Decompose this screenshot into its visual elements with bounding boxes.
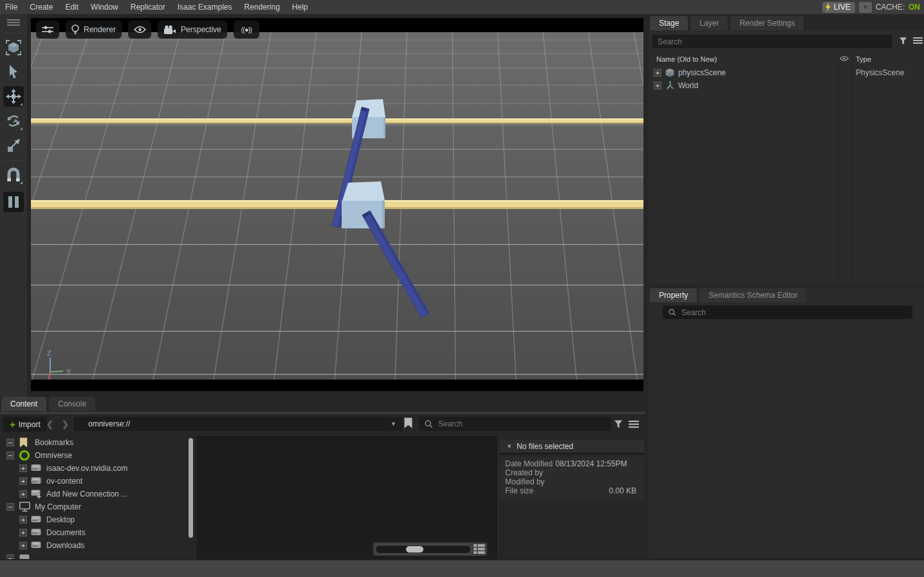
- path-dropdown-icon[interactable]: ▼: [391, 421, 396, 427]
- expand-plus-icon[interactable]: +: [654, 82, 661, 89]
- menu-help[interactable]: Help: [292, 3, 308, 12]
- menu-edit[interactable]: Edit: [65, 3, 79, 12]
- column-name-header[interactable]: Name (Old to New): [656, 55, 717, 63]
- viewport-settings-button[interactable]: [36, 21, 59, 39]
- camera-button[interactable]: Perspective: [158, 21, 227, 39]
- column-type-header[interactable]: Type: [856, 55, 871, 63]
- menu-replicator[interactable]: Replicator: [131, 3, 165, 12]
- pause-icon[interactable]: [3, 192, 24, 212]
- expand-plus-icon[interactable]: +: [19, 516, 27, 524]
- viewport-3d[interactable]: Z Y X Renderer: [31, 18, 643, 391]
- bookmark-button[interactable]: [404, 417, 417, 430]
- renderer-button[interactable]: Renderer: [66, 21, 122, 39]
- back-arrow-icon[interactable]: ❮: [46, 419, 53, 429]
- expand-plus-icon[interactable]: +: [19, 529, 27, 536]
- server-icon: [31, 515, 41, 524]
- live-dropdown-button[interactable]: ▼: [859, 2, 872, 13]
- tree-scrollbar[interactable]: [189, 438, 193, 538]
- content-search-input[interactable]: [433, 417, 611, 431]
- lightning-bolt-icon: [825, 3, 831, 12]
- slider-thumb[interactable]: [406, 546, 423, 553]
- tree-item-bookmarks[interactable]: − Bookmarks: [0, 436, 195, 449]
- stage-options-icon[interactable]: [913, 37, 923, 44]
- live-label: LIVE: [834, 3, 851, 12]
- select-cursor-icon[interactable]: [3, 62, 24, 82]
- tree-item-isaac-dev[interactable]: + isaac-dev.ov.nvidia.com: [0, 462, 195, 475]
- content-browser: Content Console + Import ❮ ❯ omniverse:/…: [0, 397, 645, 558]
- tab-property[interactable]: Property: [650, 288, 697, 302]
- tree-item-my-computer[interactable]: − My Computer: [0, 500, 195, 513]
- live-button[interactable]: LIVE: [822, 2, 855, 13]
- forward-arrow-icon[interactable]: ❯: [62, 419, 69, 429]
- stage-row-physicsscene[interactable]: + physicsScene PhysicsScene: [649, 66, 924, 79]
- rotate-tool-icon[interactable]: [3, 111, 24, 131]
- tab-content[interactable]: Content: [1, 397, 46, 411]
- grid-view-icon[interactable]: [474, 544, 485, 554]
- tab-semantics-schema-editor[interactable]: Semantics Schema Editor: [699, 288, 806, 302]
- chevron-down-icon: ▼: [506, 443, 512, 450]
- letterbox-bottom: [31, 380, 643, 391]
- menu-file[interactable]: File: [5, 3, 17, 12]
- path-text[interactable]: omniverse://: [88, 419, 391, 428]
- search-icon: [663, 308, 676, 316]
- server-icon: [31, 540, 41, 549]
- property-search-input[interactable]: [676, 306, 912, 319]
- snap-magnet-icon[interactable]: [3, 165, 24, 185]
- tree-item-desktop[interactable]: + Desktop: [0, 513, 195, 526]
- tab-layer[interactable]: Layer: [690, 16, 728, 30]
- frame-select-icon[interactable]: [3, 37, 24, 58]
- slider-track[interactable]: [375, 545, 471, 554]
- stage-search-input[interactable]: [652, 35, 892, 48]
- server-icon: [31, 476, 41, 485]
- content-options-icon[interactable]: [629, 420, 639, 428]
- menu-window[interactable]: Window: [91, 3, 118, 12]
- tab-render-settings[interactable]: Render Settings: [730, 16, 804, 30]
- import-button[interactable]: + Import: [3, 417, 47, 432]
- stage-panel: Name (Old to New) Type + physicsScene Ph…: [649, 30, 924, 283]
- prim-name: physicsScene: [678, 68, 726, 77]
- filter-funnel-icon[interactable]: [898, 36, 908, 46]
- tree-item-add-new-connection[interactable]: + Add New Connection ...: [0, 488, 195, 500]
- collapse-minus-icon[interactable]: −: [6, 503, 14, 511]
- details-header[interactable]: ▼ No files selected: [500, 440, 644, 454]
- collapse-minus-icon[interactable]: −: [6, 439, 14, 446]
- tab-console[interactable]: Console: [49, 397, 95, 411]
- visibility-button[interactable]: [128, 21, 151, 39]
- server-icon: [31, 463, 41, 472]
- eye-icon: [134, 26, 146, 33]
- details-header-text: No files selected: [517, 442, 573, 451]
- property-search[interactable]: [663, 306, 912, 319]
- folder-tree: − Bookmarks − Omniverse + isaac-dev.ov.n…: [0, 436, 195, 568]
- thumbnail-size-slider[interactable]: [373, 542, 487, 556]
- expand-plus-icon[interactable]: +: [19, 464, 27, 472]
- collapse-minus-icon[interactable]: −: [6, 452, 14, 459]
- content-toolbar: + Import ❮ ❯ omniverse:// ▼: [0, 414, 645, 434]
- scale-tool-icon[interactable]: [3, 135, 24, 156]
- menu-lines-icon[interactable]: [3, 17, 24, 28]
- rail-upper: [31, 118, 643, 124]
- broadcast-button[interactable]: ((●)): [234, 21, 259, 39]
- filter-funnel-icon[interactable]: [613, 419, 624, 429]
- menu-rendering[interactable]: Rendering: [244, 3, 279, 12]
- stage-row-world[interactable]: + World: [649, 79, 924, 92]
- expand-plus-icon[interactable]: +: [19, 542, 27, 549]
- expand-plus-icon[interactable]: +: [654, 69, 661, 77]
- tree-item-omniverse[interactable]: − Omniverse: [0, 449, 195, 462]
- move-tool-icon[interactable]: [3, 86, 24, 107]
- camera-icon: [163, 25, 176, 34]
- menu-create[interactable]: Create: [30, 3, 53, 12]
- lightbulb-icon: [71, 24, 79, 35]
- expand-plus-icon[interactable]: +: [19, 477, 27, 485]
- tab-stage[interactable]: Stage: [650, 16, 688, 30]
- tree-item-ov-content[interactable]: + ov-content: [0, 475, 195, 488]
- path-bar[interactable]: omniverse:// ▼: [74, 417, 403, 431]
- stage-search[interactable]: [652, 35, 892, 48]
- computer-icon: [19, 502, 30, 512]
- menu-isaac-examples[interactable]: Isaac Examples: [178, 3, 232, 12]
- expand-plus-icon[interactable]: +: [19, 490, 27, 498]
- content-search[interactable]: [420, 417, 611, 431]
- tree-item-documents[interactable]: + Documents: [0, 526, 195, 539]
- tree-item-downloads[interactable]: + Downloads: [0, 539, 195, 552]
- cart-cube-lower[interactable]: [342, 181, 385, 228]
- property-panel: Property Semantics Schema Editor: [649, 288, 924, 558]
